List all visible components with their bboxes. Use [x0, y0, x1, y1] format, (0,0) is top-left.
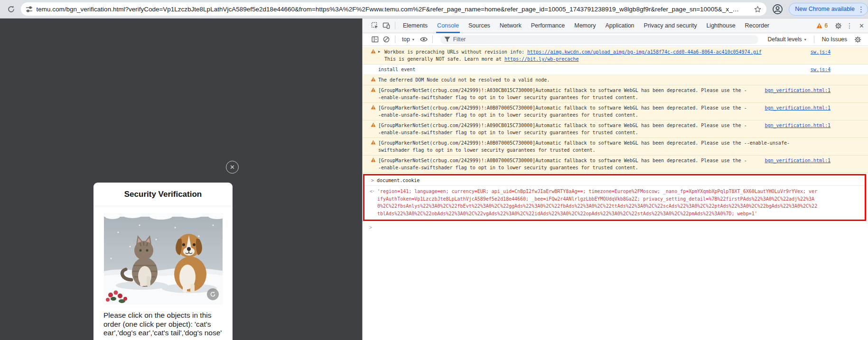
- tab-performance[interactable]: Performance: [526, 18, 570, 33]
- message-text: install event: [378, 66, 415, 73]
- inspect-element-button[interactable]: [369, 20, 381, 31]
- source-link[interactable]: bgn_verification.html:1: [758, 87, 831, 94]
- modal-title: Security Verification: [93, 183, 233, 199]
- source-link[interactable]: bgn_verification.html:1: [758, 157, 831, 164]
- url-text[interactable]: temu.com/bgn_verification.html?verifyCod…: [37, 6, 750, 13]
- message-text: [GroupMarkerNotSet(crbug.com/242999)!:A0…: [378, 87, 747, 101]
- toolbar-separator: [432, 36, 433, 43]
- modal-close-button[interactable]: ✕: [226, 161, 239, 174]
- console-toolbar: top ▾ Filter Default levels ▾ No Issues: [363, 33, 868, 46]
- console-message: [GroupMarkerNotSet(crbug.com/242999)!:A0…: [363, 85, 868, 103]
- bookmark-star-icon[interactable]: [754, 5, 762, 13]
- console-output: ▶Workbox is precaching URLs without revi…: [363, 46, 868, 231]
- address-bar[interactable]: temu.com/bgn_verification.html?verifyCod…: [21, 2, 767, 16]
- eye-icon: [420, 37, 428, 42]
- console-prompt[interactable]: >: [363, 221, 868, 231]
- clear-console-button[interactable]: [381, 34, 392, 45]
- refresh-captcha-button[interactable]: [207, 288, 219, 300]
- message-text: [GroupMarkerNotSet(crbug.com/242999)!:A0…: [378, 157, 747, 171]
- warning-icon: [371, 122, 377, 127]
- message-text: [GroupMarkerNotSet(crbug.com/242999)!:A0…: [378, 139, 790, 154]
- return-value-icon: <·: [370, 188, 377, 195]
- message-link[interactable]: https://bit.ly/wb-precache: [504, 56, 579, 62]
- close-icon: ✕: [859, 22, 864, 29]
- console-message: The deferred DOM Node could not be resol…: [363, 75, 868, 85]
- filter-placeholder: Filter: [453, 36, 466, 43]
- device-toolbar-button[interactable]: [381, 20, 392, 31]
- site-info-icon[interactable]: [26, 6, 33, 13]
- context-selector[interactable]: top ▾: [402, 36, 414, 43]
- profile-icon: [772, 4, 783, 15]
- message-text: [GroupMarkerNotSet(crbug.com/242999)!:A0…: [378, 104, 747, 119]
- console-settings-button[interactable]: [852, 34, 863, 45]
- modal-divider: [93, 206, 233, 206]
- expand-arrow-icon[interactable]: ▶: [378, 48, 383, 55]
- prompt-chevron-icon: >: [369, 224, 372, 231]
- message-text: [GroupMarkerNotSet(crbug.com/242999)!:A0…: [378, 122, 747, 136]
- console-message: [GroupMarkerNotSet(crbug.com/242999)!:A0…: [363, 103, 868, 120]
- input-chevron-icon: >: [371, 177, 377, 184]
- reload-icon: [7, 5, 15, 13]
- filter-funnel-icon: [444, 37, 450, 42]
- console-filter-input[interactable]: Filter: [440, 35, 758, 44]
- source-link[interactable]: sw.js:4: [804, 48, 831, 55]
- console-message: [GroupMarkerNotSet(crbug.com/242999)!:A0…: [363, 156, 868, 173]
- context-label: top: [402, 36, 410, 43]
- console-result[interactable]: 'region=141; language=en; currency=EUR; …: [377, 188, 819, 217]
- warnings-badge[interactable]: 6: [816, 22, 828, 29]
- refresh-icon: [210, 291, 216, 297]
- console-message: [GroupMarkerNotSet(crbug.com/242999)!:A0…: [363, 138, 868, 156]
- close-icon: ✕: [230, 164, 235, 171]
- source-link[interactable]: bgn_verification.html:1: [758, 104, 831, 111]
- toolbar-separator: [814, 36, 814, 43]
- browser-menu-icon[interactable]: ⋮: [858, 6, 865, 13]
- toolbar-separator: [395, 22, 395, 29]
- browser-toolbar: temu.com/bgn_verification.html?verifyCod…: [0, 0, 868, 18]
- tab-privacy-and-security[interactable]: Privacy and security: [639, 18, 702, 33]
- console-result-row: <· 'region=141; language=en; currency=EU…: [364, 186, 865, 220]
- issues-counter[interactable]: No Issues: [822, 36, 847, 43]
- message-text: Workbox is precaching URLs without revis…: [384, 48, 762, 63]
- console-message: install eventsw.js:4: [363, 64, 868, 75]
- source-link[interactable]: sw.js:4: [804, 66, 831, 73]
- warning-icon: [371, 157, 377, 162]
- message-link[interactable]: https://aimg.kwcdn.com/upload_aimg/bg-im…: [527, 49, 762, 55]
- reload-button[interactable]: [6, 3, 17, 15]
- tab-elements[interactable]: Elements: [398, 18, 432, 33]
- toolbar-separator: [395, 36, 395, 43]
- warning-icon: [371, 77, 377, 82]
- source-link[interactable]: bgn_verification.html:1: [758, 122, 831, 129]
- inspect-icon: [371, 22, 379, 29]
- devtools-close-button[interactable]: ✕: [859, 22, 864, 29]
- tab-application[interactable]: Application: [600, 18, 639, 33]
- warning-icon: [371, 87, 377, 92]
- security-verification-modal: Security Verification: [93, 183, 233, 340]
- gear-icon: [854, 36, 861, 43]
- profile-button[interactable]: [772, 4, 783, 15]
- chevron-down-icon: ▾: [804, 37, 806, 42]
- warning-icon: [816, 23, 822, 28]
- console-message: [GroupMarkerNotSet(crbug.com/242999)!:A0…: [363, 120, 868, 138]
- chrome-update-chip[interactable]: New Chrome available ⋮: [789, 3, 868, 16]
- tab-network[interactable]: Network: [495, 18, 526, 33]
- log-levels-selector[interactable]: Default levels ▾: [768, 36, 806, 43]
- devtools-settings-button[interactable]: [832, 20, 844, 31]
- clear-icon: [383, 36, 390, 43]
- chevron-down-icon: ▾: [412, 37, 414, 42]
- tab-memory[interactable]: Memory: [569, 18, 600, 33]
- tab-sources[interactable]: Sources: [464, 18, 495, 33]
- console-sidebar-button[interactable]: [369, 34, 381, 45]
- console-message: ▶Workbox is precaching URLs without revi…: [363, 47, 868, 64]
- captcha-instruction: Please click on the objects in this orde…: [103, 311, 223, 338]
- live-expression-button[interactable]: [418, 34, 429, 45]
- warning-count: 6: [824, 22, 828, 29]
- highlighted-console-group: > document.cookie <· 'region=141; langua…: [363, 174, 866, 221]
- captcha-image[interactable]: [104, 213, 223, 305]
- tab-recorder[interactable]: Recorder: [740, 18, 774, 33]
- console-command-row[interactable]: > document.cookie: [364, 175, 865, 186]
- devtools-menu-button[interactable]: ⋮: [844, 20, 855, 31]
- tab-console[interactable]: Console: [432, 18, 464, 33]
- kebab-icon: ⋮: [846, 22, 853, 29]
- tab-lighthouse[interactable]: Lighthouse: [701, 18, 740, 33]
- warning-icon: [371, 49, 377, 54]
